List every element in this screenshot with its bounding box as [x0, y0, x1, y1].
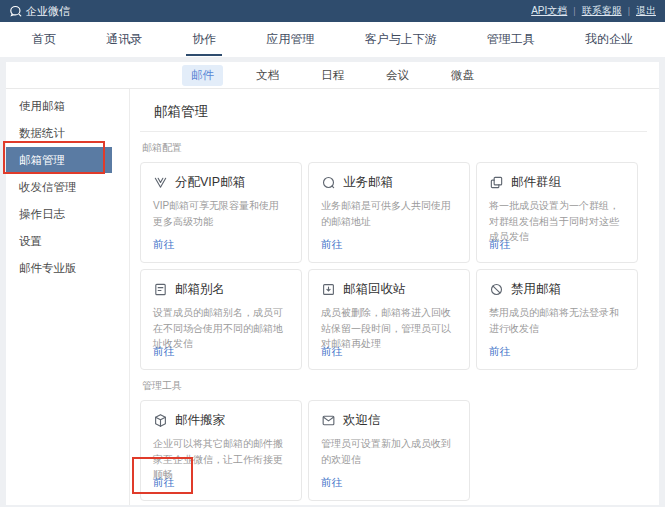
go-link-业务邮箱[interactable]: 前往: [321, 238, 342, 252]
card-title: 邮箱回收站: [343, 281, 406, 298]
go-link-分配VIP邮箱[interactable]: 前往: [153, 238, 174, 252]
card-邮件搬家: 邮件搬家企业可以将其它邮箱的邮件搬家至企业微信，让工作衔接更顺畅前往: [140, 400, 302, 501]
card-head: 邮箱回收站: [321, 281, 457, 298]
card-head: 分配VIP邮箱: [153, 174, 289, 191]
panel-body: 使用邮箱数据统计邮箱管理收发信管理操作日志设置邮件专业版 邮箱管理 邮箱配置分配…: [6, 89, 659, 505]
mail-group-icon: [489, 175, 504, 190]
mailbox-alias-icon: [153, 282, 168, 297]
card-欢迎信: 欢迎信管理员可设置新加入成员收到的欢迎信前往: [308, 400, 470, 501]
top-link-2[interactable]: 联系客服: [582, 4, 622, 18]
top-link-separator: |: [573, 6, 575, 16]
disable-mailbox-icon: [489, 282, 504, 297]
sections-container: 邮箱配置分配VIP邮箱VIP邮箱可享无限容量和使用更多高级功能前往业务邮箱业务邮…: [140, 141, 647, 501]
sidebar: 使用邮箱数据统计邮箱管理收发信管理操作日志设置邮件专业版: [6, 89, 130, 505]
section-label-2: 管理工具: [142, 379, 647, 393]
sidebar-item-6[interactable]: 设置: [6, 228, 112, 254]
top-links: API文档|联系客服|退出: [531, 4, 656, 18]
section-label-1: 邮箱配置: [142, 141, 647, 155]
card-head: 邮件搬家: [153, 412, 289, 429]
welcome-letter-icon: [321, 413, 336, 428]
card-title: 分配VIP邮箱: [175, 174, 245, 191]
card-title: 邮件搬家: [175, 412, 225, 429]
card-grid-1: 分配VIP邮箱VIP邮箱可享无限容量和使用更多高级功能前往业务邮箱业务邮箱是可供…: [140, 162, 647, 370]
tab-3[interactable]: 日程: [312, 65, 353, 86]
card-head: 业务邮箱: [321, 174, 457, 191]
page-title: 邮箱管理: [140, 101, 647, 132]
card-description: 业务邮箱是可供多人共同使用的邮箱地址: [321, 198, 457, 229]
card-邮箱回收站: 邮箱回收站成员被删除，邮箱将进入回收站保留一段时间，管理员可以对邮箱再处理前往: [308, 269, 470, 370]
go-link-邮箱回收站[interactable]: 前往: [321, 345, 342, 359]
vip-mailbox-icon: [153, 175, 168, 190]
go-link-禁用邮箱[interactable]: 前往: [489, 345, 510, 359]
card-title: 业务邮箱: [343, 174, 393, 191]
go-link-邮件搬家[interactable]: 前往: [153, 476, 174, 490]
sidebar-item-2[interactable]: 数据统计: [6, 120, 112, 146]
main-nav: 首页通讯录协作应用管理客户与上下游管理工具我的企业: [0, 22, 665, 57]
card-head: 禁用邮箱: [489, 281, 625, 298]
content-area: 邮箱管理 邮箱配置分配VIP邮箱VIP邮箱可享无限容量和使用更多高级功能前往业务…: [130, 89, 659, 505]
sidebar-item-7[interactable]: 邮件专业版: [6, 255, 112, 281]
mail-migrate-icon: [153, 413, 168, 428]
sidebar-item-4[interactable]: 收发信管理: [6, 174, 112, 200]
nav-item-1[interactable]: 首页: [32, 22, 56, 57]
sidebar-item-3[interactable]: 邮箱管理: [6, 147, 112, 173]
tab-2[interactable]: 文档: [247, 65, 288, 86]
go-link-欢迎信[interactable]: 前往: [321, 476, 342, 490]
card-head: 欢迎信: [321, 412, 457, 429]
card-邮件群组: 邮件群组将一批成员设置为一个群组，对群组发信相当于同时对这些成员发信前往: [476, 162, 638, 263]
card-title: 邮箱别名: [175, 281, 225, 298]
card-description: 管理员可设置新加入成员收到的欢迎信: [321, 436, 457, 467]
card-description: 禁用成员的邮箱将无法登录和进行收发信: [489, 305, 625, 336]
app-logo-text: 企业微信: [26, 4, 70, 19]
go-link-邮件群组[interactable]: 前往: [489, 238, 510, 252]
module-tabs: 邮件文档日程会议微盘: [6, 62, 659, 89]
tab-1[interactable]: 邮件: [182, 65, 223, 86]
card-title: 邮件群组: [511, 174, 561, 191]
card-分配VIP邮箱: 分配VIP邮箱VIP邮箱可享无限容量和使用更多高级功能前往: [140, 162, 302, 263]
sidebar-item-1[interactable]: 使用邮箱: [6, 93, 112, 119]
card-grid-2: 邮件搬家企业可以将其它邮箱的邮件搬家至企业微信，让工作衔接更顺畅前往欢迎信管理员…: [140, 400, 647, 501]
sidebar-item-5[interactable]: 操作日志: [6, 201, 112, 227]
card-head: 邮箱别名: [153, 281, 289, 298]
card-description: VIP邮箱可享无限容量和使用更多高级功能: [153, 198, 289, 229]
go-link-邮箱别名[interactable]: 前往: [153, 345, 174, 359]
tab-4[interactable]: 会议: [377, 65, 418, 86]
card-邮箱别名: 邮箱别名设置成员的邮箱别名，成员可在不同场合使用不同的邮箱地址收发信前往: [140, 269, 302, 370]
card-title: 欢迎信: [343, 412, 381, 429]
nav-item-6[interactable]: 管理工具: [487, 22, 535, 57]
card-禁用邮箱: 禁用邮箱禁用成员的邮箱将无法登录和进行收发信前往: [476, 269, 638, 370]
business-mailbox-icon: [321, 175, 336, 190]
card-title: 禁用邮箱: [511, 281, 561, 298]
tab-5[interactable]: 微盘: [442, 65, 483, 86]
top-link-separator: |: [628, 6, 630, 16]
main-panel: 邮件文档日程会议微盘 使用邮箱数据统计邮箱管理收发信管理操作日志设置邮件专业版 …: [6, 62, 659, 505]
nav-item-7[interactable]: 我的企业: [585, 22, 633, 57]
nav-item-3[interactable]: 协作: [192, 22, 216, 57]
nav-item-2[interactable]: 通讯录: [106, 22, 142, 57]
wework-bubble-icon: [9, 5, 22, 18]
nav-item-5[interactable]: 客户与上下游: [365, 22, 437, 57]
top-link-1[interactable]: API文档: [531, 4, 567, 18]
card-head: 邮件群组: [489, 174, 625, 191]
top-bar: 企业微信 API文档|联系客服|退出: [0, 0, 665, 22]
card-业务邮箱: 业务邮箱业务邮箱是可供多人共同使用的邮箱地址前往: [308, 162, 470, 263]
top-link-3[interactable]: 退出: [636, 4, 656, 18]
nav-item-4[interactable]: 应用管理: [266, 22, 314, 57]
app-logo[interactable]: 企业微信: [9, 4, 70, 19]
mailbox-recycle-icon: [321, 282, 336, 297]
